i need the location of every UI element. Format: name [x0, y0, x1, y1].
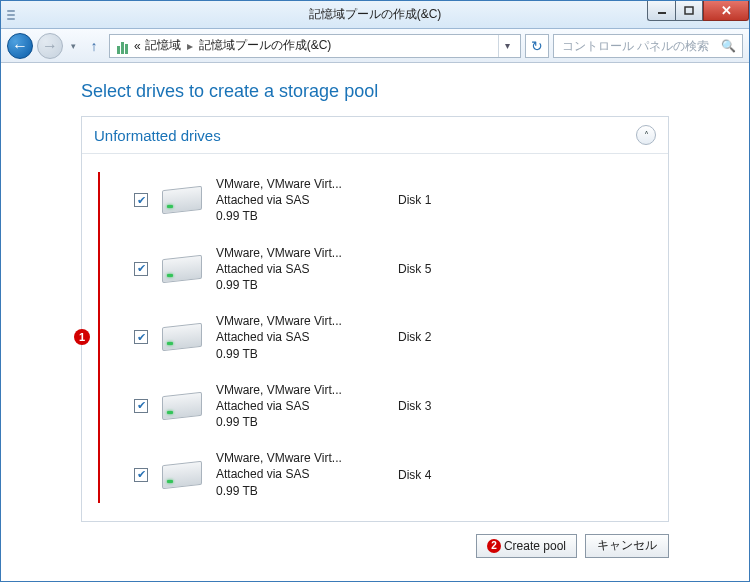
page-title: Select drives to create a storage pool — [1, 77, 749, 116]
drive-row: ✔ VMware, VMware Virt... Attached via SA… — [134, 309, 658, 378]
svg-rect-0 — [658, 12, 666, 14]
navigation-bar: ← → ▾ ↑ « 記憶域 ▸ 記憶域プールの作成(&C) ▾ ↻ 🔍 — [1, 29, 749, 63]
panel-body: 1 ✔ VMware, VMware Virt... Attached via … — [82, 154, 668, 521]
create-pool-label: Create pool — [504, 539, 566, 553]
drive-attach: Attached via SAS — [216, 192, 386, 208]
cancel-button[interactable]: キャンセル — [585, 534, 669, 558]
close-button[interactable]: ✕ — [703, 1, 749, 21]
disk-label: Disk 4 — [398, 468, 458, 482]
drive-name: VMware, VMware Virt... — [216, 176, 386, 192]
breadcrumb-item[interactable]: 記憶域プールの作成(&C) — [199, 37, 332, 54]
svg-rect-1 — [685, 7, 693, 14]
drive-info: VMware, VMware Virt... Attached via SAS … — [216, 313, 386, 362]
maximize-icon — [684, 6, 694, 16]
drives-panel: Unformatted drives ˄ 1 ✔ VMware, VMware … — [81, 116, 669, 522]
drive-attach: Attached via SAS — [216, 329, 386, 345]
drive-checkbox[interactable]: ✔ — [134, 193, 148, 207]
breadcrumb-item[interactable]: 記憶域 — [145, 37, 181, 54]
drive-list: ✔ VMware, VMware Virt... Attached via SA… — [98, 172, 658, 503]
panel-title: Unformatted drives — [94, 127, 221, 144]
disk-label: Disk 5 — [398, 262, 458, 276]
disk-label: Disk 3 — [398, 399, 458, 413]
cancel-label: キャンセル — [597, 537, 657, 554]
content-area: Select drives to create a storage pool U… — [1, 63, 749, 558]
drive-attach: Attached via SAS — [216, 261, 386, 277]
arrow-right-icon: → — [42, 37, 58, 55]
history-dropdown[interactable]: ▾ — [67, 41, 79, 51]
hard-drive-icon — [160, 180, 204, 220]
drive-attach: Attached via SAS — [216, 466, 386, 482]
minimize-icon — [657, 6, 667, 16]
disk-label: Disk 2 — [398, 330, 458, 344]
panel-header: Unformatted drives ˄ — [82, 117, 668, 154]
drive-info: VMware, VMware Virt... Attached via SAS … — [216, 176, 386, 225]
callout-badge-1: 1 — [74, 329, 90, 345]
drive-checkbox[interactable]: ✔ — [134, 399, 148, 413]
collapse-button[interactable]: ˄ — [636, 125, 656, 145]
storage-icon — [114, 38, 130, 54]
drive-name: VMware, VMware Virt... — [216, 450, 386, 466]
window-buttons: ✕ — [647, 1, 749, 21]
drive-size: 0.99 TB — [216, 277, 386, 293]
drive-info: VMware, VMware Virt... Attached via SAS … — [216, 245, 386, 294]
button-row: 2 Create pool キャンセル — [1, 522, 749, 558]
search-icon: 🔍 — [721, 39, 736, 53]
address-bar[interactable]: « 記憶域 ▸ 記憶域プールの作成(&C) ▾ — [109, 34, 521, 58]
drive-info: VMware, VMware Virt... Attached via SAS … — [216, 450, 386, 499]
window-title: 記憶域プールの作成(&C) — [1, 6, 749, 23]
drive-attach: Attached via SAS — [216, 398, 386, 414]
hard-drive-icon — [160, 455, 204, 495]
hard-drive-icon — [160, 249, 204, 289]
create-pool-button[interactable]: 2 Create pool — [476, 534, 577, 558]
refresh-button[interactable]: ↻ — [525, 34, 549, 58]
drive-size: 0.99 TB — [216, 414, 386, 430]
drive-row: ✔ VMware, VMware Virt... Attached via SA… — [134, 241, 658, 310]
drive-row: ✔ VMware, VMware Virt... Attached via SA… — [134, 446, 658, 503]
drive-name: VMware, VMware Virt... — [216, 313, 386, 329]
chevron-up-icon: ˄ — [644, 130, 649, 141]
hard-drive-icon — [160, 317, 204, 357]
callout-badge-2: 2 — [487, 539, 501, 553]
close-icon: ✕ — [721, 3, 732, 18]
drive-info: VMware, VMware Virt... Attached via SAS … — [216, 382, 386, 431]
titlebar: 記憶域プールの作成(&C) ✕ — [1, 1, 749, 29]
minimize-button[interactable] — [647, 1, 675, 21]
back-button[interactable]: ← — [7, 33, 33, 59]
breadcrumb-prefix: « — [134, 39, 141, 53]
forward-button[interactable]: → — [37, 33, 63, 59]
chevron-right-icon: ▸ — [185, 39, 195, 53]
refresh-icon: ↻ — [531, 38, 543, 54]
drive-checkbox[interactable]: ✔ — [134, 262, 148, 276]
drive-checkbox[interactable]: ✔ — [134, 468, 148, 482]
drive-size: 0.99 TB — [216, 208, 386, 224]
maximize-button[interactable] — [675, 1, 703, 21]
drive-size: 0.99 TB — [216, 483, 386, 499]
drive-checkbox[interactable]: ✔ — [134, 330, 148, 344]
disk-label: Disk 1 — [398, 193, 458, 207]
search-input[interactable] — [560, 38, 715, 54]
address-dropdown[interactable]: ▾ — [498, 35, 516, 57]
drive-row: ✔ VMware, VMware Virt... Attached via SA… — [134, 172, 658, 241]
drive-name: VMware, VMware Virt... — [216, 382, 386, 398]
drive-row: ✔ VMware, VMware Virt... Attached via SA… — [134, 378, 658, 447]
arrow-up-icon: ↑ — [91, 38, 98, 54]
up-button[interactable]: ↑ — [83, 35, 105, 57]
arrow-left-icon: ← — [12, 37, 28, 55]
search-box[interactable]: 🔍 — [553, 34, 743, 58]
drive-name: VMware, VMware Virt... — [216, 245, 386, 261]
drive-size: 0.99 TB — [216, 346, 386, 362]
hard-drive-icon — [160, 386, 204, 426]
